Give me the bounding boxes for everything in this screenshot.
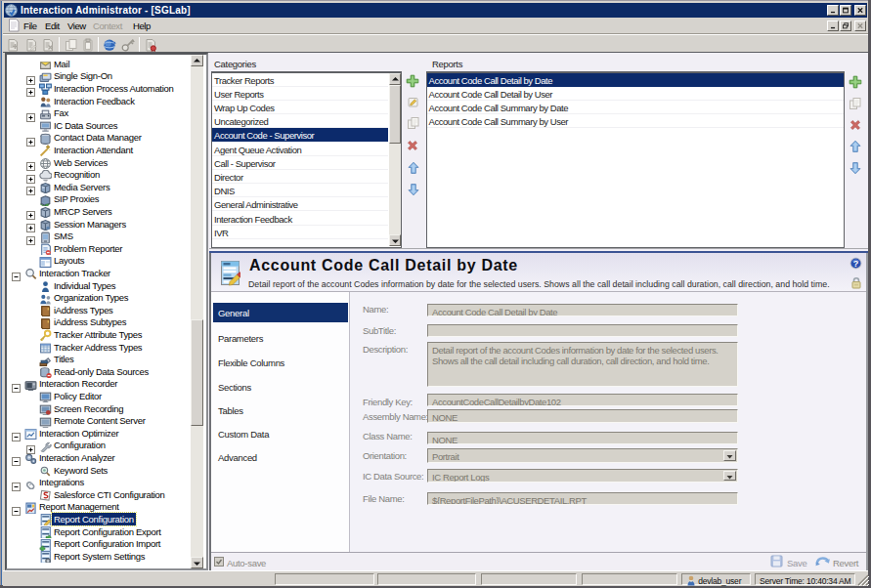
svg-text:?: ? — [853, 259, 859, 269]
